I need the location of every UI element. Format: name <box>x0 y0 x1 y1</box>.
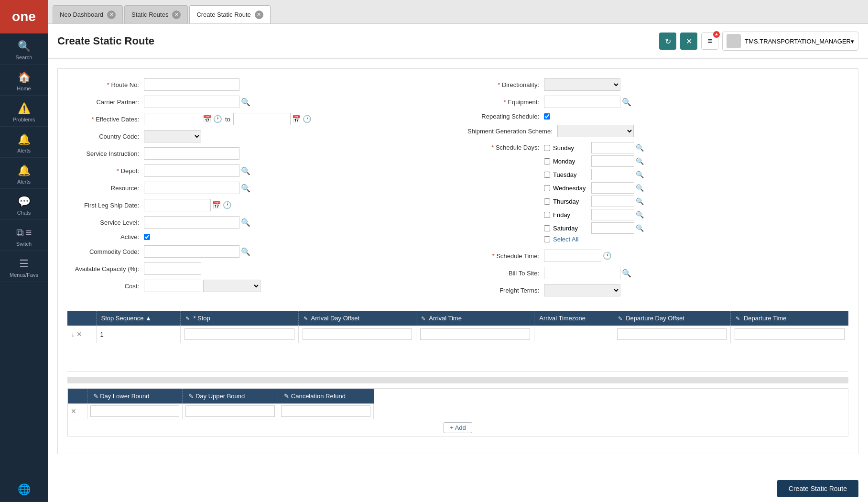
sidebar-item-search[interactable]: 🔍 Search <box>0 33 48 65</box>
sidebar-item-switch[interactable]: ⧉ ≡ Switch <box>0 220 48 251</box>
tab-create-static-route[interactable]: Create Static Route ✕ <box>189 5 270 23</box>
cancelation-refund-input[interactable] <box>281 405 370 417</box>
refresh-button[interactable]: ↻ <box>659 33 676 50</box>
effective-dates-from-input[interactable] <box>144 113 201 125</box>
arrival-time-input[interactable] <box>420 328 530 340</box>
calendar-to-icon[interactable]: 📅 <box>292 115 301 123</box>
calendar-from-icon[interactable]: 📅 <box>203 115 212 123</box>
tab-neo-dashboard[interactable]: Neo Dashboard ✕ <box>53 5 123 23</box>
freight-terms-select[interactable] <box>544 284 620 296</box>
day-tuesday-search-button[interactable]: 🔍 <box>636 171 644 178</box>
carrier-partner-input[interactable] <box>144 96 239 108</box>
row-delete-button[interactable]: ✕ <box>76 330 82 338</box>
clock-to-icon[interactable]: 🕐 <box>303 115 312 123</box>
directionality-select[interactable] <box>544 78 620 91</box>
day-upper-bound-input[interactable] <box>185 405 275 417</box>
refund-row-delete-button[interactable]: ✕ <box>71 407 76 415</box>
stop-input[interactable] <box>184 328 294 340</box>
day-saturday-input[interactable] <box>591 222 634 234</box>
day-friday-search-button[interactable]: 🔍 <box>636 211 644 218</box>
day-thursday-checkbox[interactable] <box>544 198 550 205</box>
departure-day-input[interactable] <box>617 328 727 340</box>
day-thursday-search-button[interactable]: 🔍 <box>636 197 644 205</box>
bell-icon-2: 🔔 <box>18 164 31 177</box>
schedule-time-input[interactable] <box>544 250 601 262</box>
day-friday-checkbox[interactable] <box>544 212 550 218</box>
day-lower-edit-icon: ✎ <box>93 393 98 400</box>
close-button[interactable]: ✕ <box>680 33 697 50</box>
day-lower-bound-input[interactable] <box>90 405 180 417</box>
create-static-route-button[interactable]: Create Static Route <box>777 480 858 497</box>
select-all-row: Select All <box>544 236 644 243</box>
menu-button[interactable]: ≡ ★ <box>701 33 718 50</box>
day-sunday-search-button[interactable]: 🔍 <box>636 144 644 152</box>
sidebar-item-alerts2[interactable]: 🔔 Alerts <box>0 158 48 189</box>
user-dropdown[interactable]: TMS.TRANSPORTATION_MANAGER ▾ <box>722 32 858 51</box>
departure-time-input[interactable] <box>735 328 845 340</box>
day-sunday-input[interactable] <box>591 142 634 153</box>
horizontal-scrollbar[interactable] <box>67 377 848 383</box>
sidebar-item-chats[interactable]: 💬 Chats <box>0 189 48 220</box>
resource-search-button[interactable]: 🔍 <box>241 184 250 193</box>
arrival-day-input[interactable] <box>303 328 412 340</box>
day-tuesday-checkbox[interactable] <box>544 172 550 178</box>
directionality-label: * Directionality: <box>467 81 544 88</box>
first-leg-calendar-icon[interactable]: 📅 <box>212 201 221 209</box>
day-wednesday-checkbox[interactable] <box>544 185 550 191</box>
day-monday-search-button[interactable]: 🔍 <box>636 157 644 165</box>
arrival-day-edit-icon: ✎ <box>304 316 308 321</box>
day-monday-checkbox[interactable] <box>544 158 550 164</box>
cost-currency-select[interactable] <box>203 280 260 292</box>
bill-to-site-search-button[interactable]: 🔍 <box>622 269 631 278</box>
service-level-input[interactable] <box>144 216 239 229</box>
effective-dates-to-input[interactable] <box>233 113 291 125</box>
country-code-select[interactable] <box>144 130 201 142</box>
equipment-input[interactable] <box>544 96 620 108</box>
sidebar-item-menus[interactable]: ☰ Menus/Favs <box>0 251 48 282</box>
sidebar-item-problems[interactable]: ⚠️ Problems <box>0 96 48 127</box>
tab-close-create-static-route[interactable]: ✕ <box>255 11 263 19</box>
active-checkbox[interactable] <box>144 234 150 240</box>
route-no-input[interactable] <box>144 78 239 91</box>
day-saturday-search-button[interactable]: 🔍 <box>636 224 644 232</box>
sidebar-item-home[interactable]: 🏠 Home <box>0 65 48 96</box>
cost-input[interactable] <box>144 280 201 292</box>
day-wednesday-input[interactable] <box>591 182 634 194</box>
shipment-generation-select[interactable] <box>557 125 634 137</box>
day-sunday-checkbox[interactable] <box>544 145 550 151</box>
first-leg-ship-date-input[interactable] <box>144 199 211 211</box>
commodity-code-search-button[interactable]: 🔍 <box>241 247 250 256</box>
day-saturday-checkbox[interactable] <box>544 225 550 231</box>
equipment-search-button[interactable]: 🔍 <box>622 98 631 107</box>
day-friday-input[interactable] <box>591 209 634 220</box>
bill-to-site-input[interactable] <box>544 267 620 279</box>
tab-close-static-routes[interactable]: ✕ <box>172 11 181 19</box>
day-monday-input[interactable] <box>591 155 634 167</box>
depot-input[interactable] <box>144 164 239 177</box>
day-thursday-input[interactable] <box>591 196 634 207</box>
stops-col-departure-time: ✎ Departure Time <box>731 311 848 326</box>
carrier-partner-search-button[interactable]: 🔍 <box>241 98 250 107</box>
add-row-container: + Add <box>68 419 848 436</box>
tab-static-routes[interactable]: Static Routes ✕ <box>124 5 188 23</box>
commodity-code-input[interactable] <box>144 245 239 258</box>
tab-close-neo-dashboard[interactable]: ✕ <box>107 11 116 19</box>
clock-from-icon[interactable]: 🕐 <box>213 115 222 123</box>
select-all-checkbox[interactable] <box>544 236 550 242</box>
day-tuesday-input[interactable] <box>591 169 634 180</box>
service-level-search-button[interactable]: 🔍 <box>241 218 250 227</box>
available-capacity-input[interactable] <box>144 262 201 275</box>
sidebar-item-alerts1[interactable]: 🔔 Alerts <box>0 127 48 158</box>
select-all-label[interactable]: Select All <box>553 236 578 243</box>
schedule-time-clock-icon[interactable]: 🕐 <box>603 251 612 260</box>
day-friday-label: Friday <box>553 211 591 218</box>
day-wednesday-search-button[interactable]: 🔍 <box>636 184 644 192</box>
service-instruction-input[interactable] <box>144 147 239 160</box>
add-row-button[interactable]: + Add <box>444 422 472 433</box>
repeating-schedule-checkbox[interactable] <box>544 113 550 120</box>
sidebar-item-globe[interactable]: 🌐 <box>0 477 48 502</box>
depot-search-button[interactable]: 🔍 <box>241 166 250 175</box>
resource-input[interactable] <box>144 182 239 194</box>
first-leg-clock-icon[interactable]: 🕐 <box>223 201 232 209</box>
row-move-down-button[interactable]: ↓ <box>71 330 75 338</box>
